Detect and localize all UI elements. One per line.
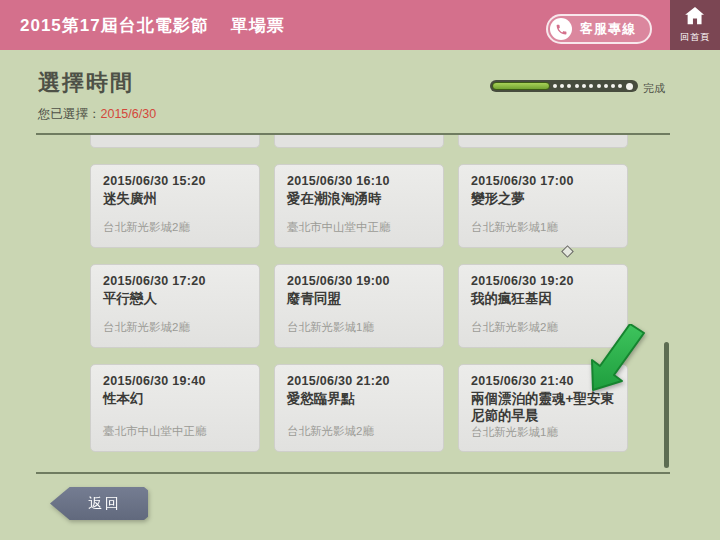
progress-complete-label: 完成	[643, 81, 665, 96]
support-hotline-button[interactable]: 客服專線	[546, 14, 652, 44]
session-datetime: 2015/06/30 21:40	[471, 374, 615, 388]
session-venue: 台北新光影城2廳	[471, 320, 615, 335]
session-title: 廢青同盟	[287, 291, 431, 308]
session-title: 愛慾臨界點	[287, 391, 431, 408]
session-title: 我的瘋狂基因	[471, 291, 615, 308]
session-venue: 台北新光影城1廳	[287, 320, 431, 335]
partial-card	[90, 135, 260, 148]
session-datetime: 2015/06/30 21:20	[287, 374, 431, 388]
session-venue: 台北新光影城2廳	[103, 320, 247, 335]
home-button[interactable]: 回首頁	[670, 0, 720, 50]
back-button-shape: 返回	[50, 487, 148, 520]
app-title: 2015第17屆台北電影節 單場票	[20, 0, 285, 50]
selection-summary-prefix: 您已選擇：	[38, 107, 101, 121]
back-button[interactable]: 返回	[50, 487, 148, 520]
session-venue: 台北新光影城1廳	[471, 425, 615, 440]
session-title: 愛在潮浪淘湧時	[287, 191, 431, 208]
session-card[interactable]: 2015/06/30 19:40 性本幻 臺北市中山堂中正廳	[90, 364, 260, 452]
selected-date: 2015/6/30	[101, 107, 157, 121]
progress-fill	[492, 82, 550, 90]
session-card[interactable]: 2015/06/30 15:20 迷失廣州 台北新光影城2廳	[90, 164, 260, 248]
session-datetime: 2015/06/30 17:20	[103, 274, 247, 288]
session-datetime: 2015/06/30 16:10	[287, 174, 431, 188]
screen: 2015第17屆台北電影節 單場票 客服專線 回首頁 選擇時間 完成 您已選擇：…	[0, 0, 720, 540]
session-card[interactable]: 2015/06/30 21:20 愛慾臨界點 台北新光影城2廳	[274, 364, 444, 452]
session-title: 迷失廣州	[103, 191, 247, 208]
back-button-label: 返回	[76, 495, 122, 513]
session-venue: 台北新光影城2廳	[103, 220, 247, 235]
progress-bar	[490, 80, 638, 92]
home-button-label: 回首頁	[680, 31, 710, 44]
session-venue: 台北新光影城2廳	[287, 424, 431, 439]
progress-dots	[550, 83, 636, 90]
page-title: 選擇時間	[38, 68, 134, 98]
session-card[interactable]: 2015/06/30 17:00 變形之夢 台北新光影城1廳	[458, 164, 628, 248]
session-datetime: 2015/06/30 19:40	[103, 374, 247, 388]
session-card[interactable]: 2015/06/30 19:00 廢青同盟 台北新光影城1廳	[274, 264, 444, 348]
session-title: 性本幻	[103, 391, 247, 408]
scrollbar-thumb[interactable]	[664, 342, 669, 468]
session-grid: 2015/06/30 15:20 迷失廣州 台北新光影城2廳 2015/06/3…	[90, 135, 628, 452]
top-bar: 2015第17屆台北電影節 單場票 客服專線 回首頁	[0, 0, 720, 50]
session-datetime: 2015/06/30 17:00	[471, 174, 615, 188]
selection-summary: 您已選擇：2015/6/30	[38, 106, 156, 123]
session-datetime: 2015/06/30 19:00	[287, 274, 431, 288]
session-title: 變形之夢	[471, 191, 615, 208]
session-title: 平行戀人	[103, 291, 247, 308]
support-hotline-label: 客服專線	[580, 20, 636, 38]
session-venue: 臺北市中山堂中正廳	[103, 424, 247, 439]
partial-card	[458, 135, 628, 148]
session-card[interactable]: 2015/06/30 17:20 平行戀人 台北新光影城2廳	[90, 264, 260, 348]
app-title-main: 2015第17屆台北電影節	[20, 14, 209, 37]
session-venue: 台北新光影城1廳	[471, 220, 615, 235]
phone-icon	[550, 18, 572, 40]
home-icon	[685, 7, 705, 29]
partial-card	[274, 135, 444, 148]
app-title-sub: 單場票	[231, 14, 285, 37]
session-venue: 臺北市中山堂中正廳	[287, 220, 431, 235]
session-list: 2015/06/30 15:20 迷失廣州 台北新光影城2廳 2015/06/3…	[36, 133, 670, 474]
session-datetime: 2015/06/30 19:20	[471, 274, 615, 288]
session-card[interactable]: 2015/06/30 19:20 我的瘋狂基因 台北新光影城2廳	[458, 264, 628, 348]
session-datetime: 2015/06/30 15:20	[103, 174, 247, 188]
session-card[interactable]: 2015/06/30 16:10 愛在潮浪淘湧時 臺北市中山堂中正廳	[274, 164, 444, 248]
session-title: 兩個漂泊的靈魂+聖安東尼節的早晨	[471, 391, 615, 425]
session-card[interactable]: 2015/06/30 21:40 兩個漂泊的靈魂+聖安東尼節的早晨 台北新光影城…	[458, 364, 628, 452]
